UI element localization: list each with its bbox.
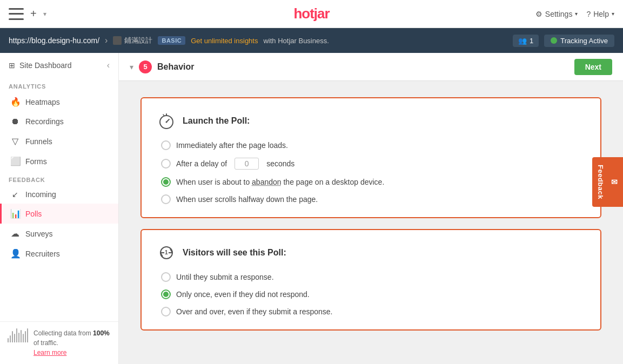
svg-text:1: 1 xyxy=(165,250,168,255)
content-area: Launch the Poll: Immediately after the p… xyxy=(119,81,623,364)
tracking-button[interactable]: Tracking Active xyxy=(544,35,614,47)
recurrence-icon: 1 xyxy=(157,243,176,262)
launch-poll-card: Launch the Poll: Immediately after the p… xyxy=(140,97,601,218)
sidebar-bottom: Collecting data from 100% of traffic. Le… xyxy=(0,321,118,364)
launch-immediately-option[interactable]: Immediately after the page loads. xyxy=(161,140,585,150)
visitors-poll-header: 1 Visitors will see this Poll: xyxy=(157,243,585,262)
launch-scroll-radio[interactable] xyxy=(161,194,171,204)
funnels-icon: ▽ xyxy=(10,136,20,146)
visitors-once-radio[interactable] xyxy=(161,289,171,299)
launch-abandon-radio[interactable] xyxy=(161,177,171,187)
unlimited-suffix: with Hotjar Business. xyxy=(263,37,329,45)
incoming-icon: ↙ xyxy=(10,190,20,199)
help-button[interactable]: ? Help ▾ xyxy=(586,10,614,18)
add-button[interactable]: + xyxy=(30,8,37,20)
traffic-info: Collecting data from 100% of traffic. Le… xyxy=(34,328,111,358)
launch-scroll-option[interactable]: When user scrolls halfway down the page. xyxy=(161,194,585,204)
sidebar-item-forms[interactable]: ⬜ Forms xyxy=(0,151,118,171)
launch-delay-radio[interactable] xyxy=(161,159,171,168)
logo: hotjar xyxy=(293,5,329,22)
sidebar-item-surveys[interactable]: ☁ Surveys xyxy=(0,224,118,244)
sidebar-item-incoming[interactable]: ↙ Incoming xyxy=(0,185,118,204)
url-bar: https://blog.design-hu.com/ › 鋪滿設計 BASIC… xyxy=(0,28,623,53)
launch-delay-label-post: seconds xyxy=(266,159,294,168)
collecting-text-post: of traffic. xyxy=(34,339,58,347)
visitors-overandover-option[interactable]: Over and over, even if they submit a res… xyxy=(161,307,585,316)
recruiters-label: Recruiters xyxy=(25,250,60,258)
unlimited-link[interactable]: Get unlimited insights xyxy=(191,37,258,45)
site-dashboard-item[interactable]: ⊞ Site Dashboard xyxy=(9,61,72,70)
collapse-sidebar-button[interactable]: ‹ xyxy=(107,60,110,70)
sidebar-item-polls[interactable]: 📊 Polls xyxy=(0,204,118,224)
feedback-tab-icon: ✉ xyxy=(610,178,619,187)
settings-button[interactable]: ⚙ Settings ▾ xyxy=(535,10,578,18)
heatmaps-icon: 🔥 xyxy=(10,97,20,107)
sidebar-item-recordings[interactable]: ⏺ Recordings xyxy=(0,112,118,131)
behavior-collapse-icon[interactable]: ▾ xyxy=(130,63,133,71)
sidebar-item-heatmaps[interactable]: 🔥 Heatmaps xyxy=(0,92,118,112)
main-content: ▾ 5 Behavior Next xyxy=(119,53,623,364)
feedback-section-label: FEEDBACK xyxy=(0,171,118,185)
feedback-tab-label: Feedback xyxy=(597,165,605,199)
launch-immediately-radio[interactable] xyxy=(161,140,171,150)
sidebar: ⊞ Site Dashboard ‹ ANALYTICS 🔥 Heatmaps … xyxy=(0,53,119,364)
surveys-icon: ☁ xyxy=(10,228,20,239)
sidebar-top: ⊞ Site Dashboard ‹ xyxy=(0,53,118,78)
behavior-header: ▾ 5 Behavior Next xyxy=(119,53,623,81)
launch-delay-option[interactable]: After a delay of seconds xyxy=(161,158,585,170)
funnels-label: Funnels xyxy=(25,137,52,146)
visitors-overandover-radio[interactable] xyxy=(161,307,171,316)
collecting-text-pre: Collecting data from xyxy=(34,329,93,337)
launch-abandon-label: When user is about to abandon the page o… xyxy=(176,178,384,186)
timer-icon xyxy=(157,111,176,131)
recordings-label: Recordings xyxy=(25,117,64,126)
surveys-label: Surveys xyxy=(25,230,53,238)
site-tag: 鋪滿設計 xyxy=(113,36,152,45)
visitors-submit-option[interactable]: Until they submit a response. xyxy=(161,272,585,282)
traffic-percent: 100% xyxy=(93,329,110,337)
learn-more-link[interactable]: Learn more xyxy=(34,349,66,356)
url-bar-right: 👥 1 Tracking Active xyxy=(513,35,614,47)
analytics-section-label: ANALYTICS xyxy=(0,78,118,92)
svg-line-2 xyxy=(163,114,164,116)
traffic-chart xyxy=(8,328,28,345)
polls-icon: 📊 xyxy=(10,208,20,219)
plan-badge: BASIC xyxy=(158,36,185,45)
tracking-label: Tracking Active xyxy=(560,37,608,45)
chevron-down-icon: ▾ xyxy=(612,11,614,17)
forms-label: Forms xyxy=(25,157,47,166)
users-count: 1 xyxy=(530,37,533,45)
launch-abandon-option[interactable]: When user is about to abandon the page o… xyxy=(161,177,585,187)
launch-poll-title: Launch the Poll: xyxy=(183,116,250,126)
visitors-poll-card: 1 Visitors will see this Poll: Until the… xyxy=(140,229,601,331)
visitors-poll-options: Until they submit a response. Only once,… xyxy=(157,272,585,316)
delay-seconds-input[interactable] xyxy=(235,158,259,170)
launch-poll-header: Launch the Poll: xyxy=(157,111,585,131)
step-number: 5 xyxy=(139,60,152,73)
sidebar-item-funnels[interactable]: ▽ Funnels xyxy=(0,131,118,151)
users-button[interactable]: 👥 1 xyxy=(513,35,539,47)
grid-menu-icon[interactable] xyxy=(9,8,24,20)
site-name: 鋪滿設計 xyxy=(124,36,152,45)
site-url: https://blog.design-hu.com/ xyxy=(9,36,99,45)
behavior-header-left: ▾ 5 Behavior xyxy=(130,60,194,73)
visitors-overandover-label: Over and over, even if they submit a res… xyxy=(176,307,333,316)
recruiters-icon: 👤 xyxy=(10,248,20,259)
sidebar-item-recruiters[interactable]: 👤 Recruiters xyxy=(0,244,118,264)
feedback-tab[interactable]: ✉ Feedback xyxy=(592,157,623,207)
top-nav-left: + ▾ xyxy=(9,8,46,20)
visitors-once-option[interactable]: Only once, even if they did not respond. xyxy=(161,289,585,299)
breadcrumb-arrow: › xyxy=(105,36,108,45)
heatmaps-label: Heatmaps xyxy=(25,98,60,106)
gear-icon: ⚙ xyxy=(535,10,542,18)
launch-poll-options: Immediately after the page loads. After … xyxy=(157,140,585,204)
launch-immediately-label: Immediately after the page loads. xyxy=(176,141,288,150)
visitors-once-label: Only once, even if they did not respond. xyxy=(176,290,310,299)
site-icon xyxy=(113,36,122,45)
launch-scroll-label: When user scrolls halfway down the page. xyxy=(176,195,318,204)
svg-point-4 xyxy=(166,122,168,123)
dropdown-icon[interactable]: ▾ xyxy=(43,10,46,18)
recordings-icon: ⏺ xyxy=(10,117,20,126)
visitors-submit-radio[interactable] xyxy=(161,272,171,282)
next-button[interactable]: Next xyxy=(574,59,612,75)
